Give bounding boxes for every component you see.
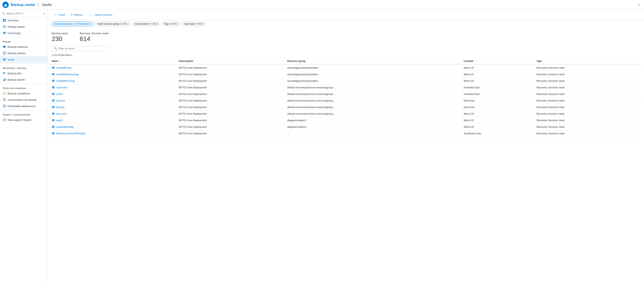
sidebar-item-getting-started[interactable]: Getting started bbox=[0, 24, 48, 30]
svg-rect-17 bbox=[3, 80, 4, 81]
sidebar-item-new-support[interactable]: ? New support request bbox=[0, 117, 48, 123]
overview-icon bbox=[3, 19, 6, 22]
vault-name-link-3[interactable]: vault-new bbox=[52, 86, 174, 89]
col-subscription: Subscription bbox=[176, 58, 285, 64]
table-row: vault-new BVTD-Core-Deployment default-r… bbox=[49, 84, 642, 91]
svg-rect-14 bbox=[3, 72, 6, 73]
svg-rect-22 bbox=[3, 106, 6, 107]
cell-location-2: West US bbox=[461, 78, 534, 84]
sidebar-label-new-support: New support request bbox=[8, 118, 32, 121]
sidebar-item-backup-compliance[interactable]: Backup compliance bbox=[0, 90, 48, 97]
cell-name-1: VaultWithWrongTag bbox=[49, 71, 176, 78]
cell-resource-group-10: ... bbox=[285, 130, 461, 137]
cell-resource-group-9: diagautomation2 bbox=[285, 124, 461, 130]
filter-resource-group-label: Vault resource group == All bbox=[98, 23, 126, 25]
more-options-icon[interactable]: ··· bbox=[54, 3, 56, 6]
sidebar-label-community: Community bbox=[8, 32, 21, 35]
app-icon bbox=[2, 2, 9, 8]
col-location: Location ↑↓ bbox=[461, 58, 534, 64]
table-row: vaultwithouttag BVTD-Core-Deployment dia… bbox=[49, 124, 642, 130]
vault-name-link-5[interactable]: myvault bbox=[52, 99, 174, 102]
close-button[interactable]: × bbox=[637, 2, 642, 7]
filter-name-box: 🔍 bbox=[52, 46, 107, 51]
filter-name-input[interactable] bbox=[58, 47, 105, 50]
vault-row-icon bbox=[52, 112, 55, 115]
cell-resource-group-2: azurediagnosticautomation bbox=[285, 78, 461, 84]
sidebar-item-backup-instances[interactable]: Backup instances bbox=[0, 44, 48, 50]
cell-location-5: East Asia bbox=[461, 97, 534, 104]
col-name: Name ↑↓ bbox=[49, 58, 176, 64]
filter-location-label: Vault location == All bbox=[134, 23, 156, 25]
cell-location-3: Australia East bbox=[461, 84, 534, 91]
cell-subscription-4: BVTD-Core-Deployment bbox=[176, 91, 285, 97]
cell-resource-group-6: default-recoveryservices-resourcegroup-.… bbox=[285, 104, 461, 110]
sidebar-item-overview[interactable]: Overview bbox=[0, 17, 48, 24]
vault-name-link-8[interactable]: vault1 bbox=[52, 119, 174, 122]
vault-name-link-10[interactable]: BvtRecoverTestCRSVault bbox=[52, 132, 174, 135]
sidebar-item-vaults[interactable]: Vaults bbox=[0, 56, 48, 63]
filter-tags[interactable]: Tags == All ∨ bbox=[162, 22, 180, 26]
cell-name-7: test-vault bbox=[49, 110, 176, 117]
select-columns-button[interactable]: → → Select columns bbox=[86, 12, 115, 18]
sidebar-item-community[interactable]: Community bbox=[0, 30, 48, 36]
cell-resource-group-0: azurediagnosticautomation bbox=[285, 64, 461, 71]
title-bar: Backup center | Vaults ··· × bbox=[0, 0, 644, 10]
cell-subscription-2: BVTD-Core-Deployment bbox=[176, 78, 285, 84]
filter-resource-group[interactable]: Vault resource group == All ∨ bbox=[95, 22, 131, 26]
title-left: Backup center | Vaults ··· bbox=[2, 2, 56, 8]
search-icon: 🔍 bbox=[2, 12, 5, 15]
filter-location[interactable]: Vault location == All ∨ bbox=[132, 22, 160, 26]
sidebar-item-protectable-datasources[interactable]: Protectable datasources bbox=[0, 103, 48, 109]
table-row: myvault BVTD-Core-Deployment default-rec… bbox=[49, 97, 642, 104]
vault-name-link-9[interactable]: vaultwithouttag bbox=[52, 125, 174, 128]
sidebar-item-backup-jobs[interactable]: Backup jobs bbox=[0, 70, 48, 76]
cell-location-0: West US bbox=[461, 64, 534, 71]
cell-location-9: West US bbox=[461, 124, 534, 130]
svg-point-26 bbox=[53, 74, 54, 75]
cell-resource-group-1: azurediagnosticautomation bbox=[285, 71, 461, 78]
stat-backup-vaults: Backup vaults 230 bbox=[52, 32, 68, 43]
sidebar-label-backup-policies: Backup policies bbox=[8, 52, 26, 55]
cell-type-8: Recovery Services Vault bbox=[534, 117, 642, 124]
sort-name-icon[interactable]: ↑↓ bbox=[60, 60, 62, 62]
cell-subscription-7: BVTD-Core-Deployment bbox=[176, 110, 285, 117]
sort-location-icon[interactable]: ↑↓ bbox=[475, 60, 477, 62]
new-support-icon: ? bbox=[3, 118, 6, 121]
vault-row-icon bbox=[52, 132, 55, 135]
divider-monitoring bbox=[0, 64, 48, 64]
sidebar-item-backup-policies[interactable]: Backup policies bbox=[0, 50, 48, 56]
svg-text:?: ? bbox=[4, 119, 5, 121]
svg-point-13 bbox=[4, 59, 5, 60]
cell-resource-group-3: default-recoveryservices-resourcegroup-.… bbox=[285, 84, 461, 91]
vault-name-link-7[interactable]: test-vault bbox=[52, 112, 174, 115]
sidebar-label-protectable-datasources: Protectable datasources bbox=[8, 105, 36, 108]
divider-support bbox=[0, 110, 48, 110]
vault-name-link-0[interactable]: VaultWithTag bbox=[52, 66, 174, 69]
vaults-table: Name ↑↓ Subscription Resource group Loca… bbox=[49, 58, 642, 137]
vault-name-link-1[interactable]: VaultWithWrongTag bbox=[52, 73, 174, 76]
cell-subscription-0: BVTD-Core-Deployment bbox=[176, 64, 285, 71]
add-vault-button[interactable]: ＋ + Vault bbox=[52, 12, 68, 18]
main-layout: 🔍 « Overview Getting started bbox=[0, 10, 644, 284]
search-input[interactable] bbox=[6, 12, 42, 15]
filter-subscription[interactable]: Vault subscription == 66 selected ∨ bbox=[52, 22, 94, 26]
table-row: VaultWithTag BVTD-Core-Deployment azured… bbox=[49, 64, 642, 71]
col-type: Type bbox=[534, 58, 642, 64]
sidebar-item-azure-policies[interactable]: Azure policies for backup bbox=[0, 97, 48, 103]
refresh-icon: ↻ bbox=[70, 13, 73, 16]
svg-point-34 bbox=[53, 126, 54, 127]
collapse-sidebar-button[interactable]: « bbox=[43, 11, 46, 15]
vault-name-link-2[interactable]: VaultWithoutTag bbox=[52, 79, 174, 82]
svg-rect-19 bbox=[5, 78, 6, 81]
vault-name-link-6[interactable]: tryvault bbox=[52, 106, 174, 109]
vault-name-link-4[interactable]: vault1 bbox=[52, 92, 174, 96]
svg-rect-18 bbox=[4, 79, 5, 81]
sidebar-item-backup-reports[interactable]: Backup reports bbox=[0, 76, 48, 83]
refresh-button[interactable]: ↻ Refresh bbox=[68, 12, 85, 18]
cell-resource-group-4: default-recoveryservices-resourcegroup-.… bbox=[285, 91, 461, 97]
filter-vault-type[interactable]: Vault type == All ∨ bbox=[182, 22, 206, 26]
toolbar: ＋ + Vault ↻ Refresh → → Select columns bbox=[48, 10, 644, 20]
svg-rect-15 bbox=[3, 73, 5, 73]
cell-location-7: West US bbox=[461, 110, 534, 117]
svg-point-33 bbox=[53, 120, 54, 121]
